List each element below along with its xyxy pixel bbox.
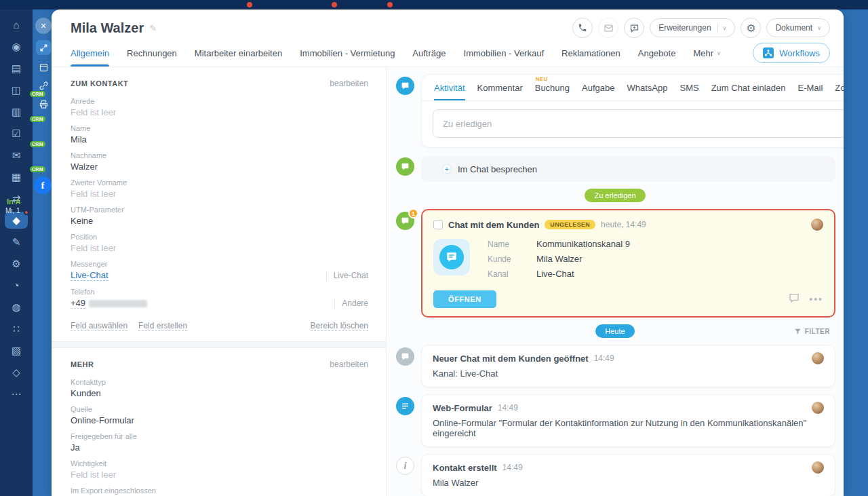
- field-kontakttyp[interactable]: Kontakttyp Kunden: [52, 375, 386, 402]
- timeline-entry-card[interactable]: Neuer Chat mit dem Kunden geöffnet 14:49…: [421, 345, 835, 387]
- activity-checkbox[interactable]: [433, 220, 443, 229]
- tab-immobilien-vermietung[interactable]: Immobilien - Vermietung: [300, 39, 395, 66]
- document-label: Dokument: [775, 23, 812, 33]
- today-group-pill: Heute: [595, 324, 634, 338]
- discuss-in-chat-button[interactable]: + Im Chat besprechen: [421, 156, 835, 182]
- timeline-entry-card[interactable]: Web-Formular 14:49 Online-Formular "Form…: [421, 394, 835, 447]
- chat-button[interactable]: [624, 18, 644, 38]
- main-tabs: Allgemein Rechnungen Mitarbeiter einarbe…: [52, 39, 844, 67]
- chat-head[interactable]: CRM: [34, 76, 53, 95]
- field-anrede[interactable]: Anrede Feld ist leer: [52, 94, 386, 121]
- field-utm-parameter[interactable]: UTM-Parameter Keine: [52, 202, 386, 229]
- sidebar-item-home[interactable]: ⌂: [5, 16, 28, 33]
- tab-zoom[interactable]: Zoom: [835, 75, 844, 100]
- messenger-notification-badge: [24, 210, 29, 215]
- phone-blurred-digits: [89, 300, 147, 307]
- sidebar-item-mail[interactable]: ✉: [5, 147, 28, 164]
- tab-allgemein[interactable]: Allgemein: [71, 39, 109, 66]
- tab-email[interactable]: E-Mail: [797, 75, 823, 100]
- open-chat-button[interactable]: ÖFFNEN: [433, 290, 496, 308]
- timeline-item: i Kontakt erstellt 14:49 Mila Walzer: [395, 454, 835, 496]
- document-dropdown[interactable]: Dokument ∨: [766, 18, 830, 37]
- field-zweiter-vorname[interactable]: Zweiter Vorname Feld ist leer: [52, 175, 386, 202]
- communication-channel-link[interactable]: Kommunikationskanal 9: [536, 239, 630, 249]
- sidebar-item-settings[interactable]: ⚙: [5, 255, 28, 272]
- avatar: [812, 402, 824, 414]
- email-button[interactable]: [598, 18, 618, 38]
- chat-head[interactable]: CRM: [34, 126, 53, 145]
- tab-mehr[interactable]: Mehr ∨: [693, 39, 720, 66]
- timeline-item: Neuer Chat mit dem Kunden geöffnet 14:49…: [395, 345, 835, 387]
- tab-mitarbeiter-einarbeiten[interactable]: Mitarbeiter einarbeiten: [195, 39, 282, 66]
- detail-label: Kanal: [488, 269, 536, 279]
- tab-auftraege[interactable]: Aufträge: [412, 39, 446, 66]
- tab-angebote[interactable]: Angebote: [638, 39, 676, 66]
- detail-row-kanal: Kanal Live-Chat: [488, 269, 630, 279]
- field-name[interactable]: Name Mila: [52, 121, 386, 148]
- field-messenger[interactable]: Messenger Live-Chat Live-Chat: [52, 256, 386, 284]
- sidebar-item-drive[interactable]: ▤: [5, 60, 28, 77]
- sidebar-item-shop[interactable]: ◇: [5, 364, 28, 381]
- field-quelle[interactable]: Quelle Online-Formular: [52, 402, 386, 429]
- sidebar-item-calendar[interactable]: ▦: [5, 168, 28, 185]
- field-wichtigkeit[interactable]: Wichtigkeit Feld ist leer: [52, 456, 386, 483]
- messenger-icon: ◆: [12, 214, 20, 227]
- sidebar-item-crm[interactable]: ▥: [5, 103, 28, 120]
- more-options-icon[interactable]: •••: [809, 296, 823, 303]
- filter-button[interactable]: FILTER: [794, 328, 830, 335]
- tab-aktivitaet[interactable]: Aktivität: [434, 75, 465, 100]
- close-icon[interactable]: ×: [35, 18, 52, 34]
- tab-zum-chat-einladen[interactable]: Zum Chat einladen: [711, 75, 786, 100]
- tab-whatsapp[interactable]: WhatsApp: [627, 75, 667, 100]
- field-nachname[interactable]: Nachname Walzer: [52, 148, 386, 175]
- timeline-entry-card[interactable]: Kontakt erstellt 14:49 Mila Walzer: [421, 454, 835, 496]
- tab-buchung[interactable]: NEU Buchung: [535, 75, 570, 100]
- chat-opened-icon: [396, 347, 414, 366]
- messenger-type-label: Live-Chat: [326, 271, 368, 281]
- crm-chat-badge: CRM: [30, 141, 45, 147]
- sidebar-item-live-feed[interactable]: ◉: [5, 38, 28, 55]
- sidebar-item-employees[interactable]: ◫: [5, 81, 28, 98]
- timeline-panel: Aktivität Kommentar NEU Buchung Aufgabe …: [387, 67, 844, 496]
- open-in-new-window-icon[interactable]: [37, 61, 50, 73]
- tab-aufgabe[interactable]: Aufgabe: [582, 75, 614, 100]
- field-freigegeben[interactable]: Freigegeben für alle Ja: [52, 429, 386, 456]
- tab-sms[interactable]: SMS: [679, 75, 698, 100]
- tab-immobilien-verkauf[interactable]: Immobilien - Verkauf: [464, 39, 545, 66]
- extensions-dropdown[interactable]: Erweiterungen ∨: [650, 18, 735, 37]
- edit-section-link[interactable]: bearbeiten: [330, 79, 368, 88]
- tab-kommentar[interactable]: Kommentar: [477, 75, 523, 100]
- tab-rechnungen[interactable]: Rechnungen: [127, 39, 177, 66]
- sidebar-item-tasks[interactable]: ☑: [5, 125, 28, 142]
- field-export[interactable]: Im Export eingeschlossen Ja: [52, 483, 386, 496]
- comment-icon[interactable]: [789, 292, 800, 306]
- delete-section-link[interactable]: Bereich löschen: [311, 321, 368, 331]
- field-position[interactable]: Position Feld ist leer: [52, 229, 386, 256]
- sidebar-item-sites[interactable]: ✎: [5, 233, 28, 250]
- edit-title-icon[interactable]: ✎: [149, 23, 157, 33]
- chat-head[interactable]: CRM: [34, 151, 53, 170]
- form-submission-link[interactable]: Online-Formular "Formular der Kontaktinf…: [433, 418, 824, 438]
- select-field-link[interactable]: Feld auswählen: [71, 321, 127, 331]
- sidebar-item-marketing[interactable]: ◍: [5, 299, 28, 316]
- expand-icon[interactable]: [36, 40, 51, 55]
- phone-value[interactable]: +49: [71, 298, 85, 309]
- call-button[interactable]: [572, 18, 593, 38]
- notification-dot: [247, 2, 252, 7]
- sidebar-item-apps[interactable]: ∷: [5, 320, 28, 337]
- edit-section-link[interactable]: bearbeiten: [330, 360, 368, 369]
- workflows-button[interactable]: Workflows: [753, 43, 830, 63]
- todo-input[interactable]: [443, 119, 844, 129]
- sidebar-item-time[interactable]: ◔: [5, 277, 28, 294]
- field-value: Feld ist leer: [71, 470, 368, 480]
- create-field-link[interactable]: Feld erstellen: [138, 321, 187, 331]
- sidebar-item-more[interactable]: ⋯: [5, 385, 28, 402]
- unread-badge: UNGELESEN: [545, 220, 595, 229]
- settings-button[interactable]: ⚙: [741, 18, 761, 38]
- chat-head[interactable]: CRM: [34, 101, 53, 120]
- facebook-chat-head[interactable]: f: [34, 176, 53, 195]
- tab-reklamationen[interactable]: Reklamationen: [561, 39, 620, 66]
- messenger-live-chat-link[interactable]: Live-Chat: [71, 270, 108, 281]
- field-telefon[interactable]: Telefon +49 Andere: [52, 284, 386, 312]
- sidebar-item-knowledge-base[interactable]: ▧: [5, 342, 28, 359]
